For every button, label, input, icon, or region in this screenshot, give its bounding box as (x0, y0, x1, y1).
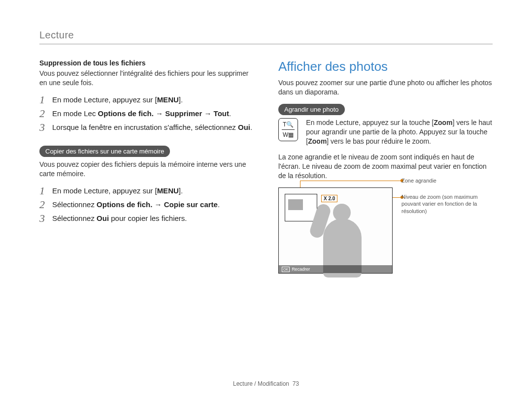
afficher-photos-intro: Vous pouvez zoomer sur une partie d'une … (278, 78, 493, 97)
screen-frame: X 2.0 OK Recadrer (278, 187, 393, 274)
copy-card-intro: Vous pouvez copier des fichiers depuis l… (39, 160, 254, 179)
step-number: 1 (39, 185, 47, 196)
afficher-photos-title: Afficher des photos (278, 59, 493, 74)
left-column: Suppression de tous les fichiers Vous po… (39, 59, 254, 286)
step-pre: En mode Lecture, appuyez sur [ (52, 186, 157, 195)
photo-silhouette (313, 204, 372, 273)
step-post: . (229, 109, 231, 118)
delete-all-heading: Suppression de tous les fichiers (39, 59, 254, 67)
grid-icon: ▦ (288, 131, 294, 138)
step-item: 2 Sélectionnez Options de fich. → Copie … (39, 199, 254, 210)
page-footer: Lecture / Modification 73 (0, 380, 532, 387)
step-bold: Oui (238, 123, 250, 131)
step-number: 3 (39, 213, 47, 224)
step-number: 3 (39, 122, 47, 133)
zoom-desc-bold1: Zoom (434, 119, 453, 126)
zoom-diagram: X 2.0 OK Recadrer Zone agrandie Niveau d… (278, 187, 493, 286)
step-post: ]. (179, 186, 183, 195)
step-pre: Sélectionnez (52, 200, 97, 209)
step-number: 2 (39, 199, 47, 210)
callout-zone-agrandie: Zone agrandie (401, 178, 436, 184)
step-text: Lorsque la fenêtre en incrustation s'aff… (52, 122, 252, 133)
right-column: Afficher des photos Vous pouvez zoomer s… (278, 59, 493, 286)
footer-page-number: 73 (293, 380, 299, 387)
step-item: 1 En mode Lecture, appuyez sur [MENU]. (39, 185, 254, 196)
step-text: Sélectionnez Oui pour copier les fichier… (52, 213, 187, 224)
step-text: Sélectionnez Options de fich. → Copie su… (52, 199, 220, 210)
zoom-desc-pre: En mode Lecture, appuyez sur la touche [ (306, 119, 433, 126)
step-text: En mode Lec Options de fich. → Supprimer… (52, 108, 231, 119)
step-item: 3 Lorsque la fenêtre en incrustation s'a… (39, 122, 254, 133)
zoom-after-note: La zone agrandie et le niveau de zoom so… (278, 153, 493, 181)
delete-all-intro: Vous pouvez sélectionner l'intégralité d… (39, 69, 254, 88)
magnifier-icon: 🔍 (286, 121, 294, 128)
step-post: . (250, 123, 252, 131)
step-pre: En mode Lecture, appuyez sur [ (52, 95, 157, 104)
copy-card-pill: Copier des fichiers sur une carte mémoir… (39, 146, 170, 157)
step-bold: Oui (97, 214, 109, 222)
step-pre: En mode Lec (52, 109, 98, 118)
zoom-description: En mode Lecture, appuyez sur la touche [… (306, 118, 493, 146)
step-item: 2 En mode Lec Options de fich. → Supprim… (39, 108, 254, 119)
step-bold: Options de fich. → Copie sur carte (97, 200, 218, 209)
zoom-level-badge: X 2.0 (321, 195, 337, 202)
step-item: 3 Sélectionnez Oui pour copier les fichi… (39, 213, 254, 224)
zoom-crop-box (285, 194, 317, 221)
step-pre: Lorsque la fenêtre en incrustation s'aff… (52, 123, 238, 131)
callout-niveau-zoom: Niveau de zoom (son maximum pouvant vari… (401, 193, 498, 215)
step-text: En mode Lecture, appuyez sur [MENU]. (52, 185, 183, 196)
zoom-toggle-diagram: T 🔍 W ▦ (278, 118, 298, 141)
footer-text: Lecture / Modification (233, 380, 289, 387)
zoom-desc-bold2: Zoom (308, 137, 327, 145)
step-text: En mode Lecture, appuyez sur [MENU]. (52, 94, 183, 105)
ok-bar-label: Recadrer (292, 267, 310, 272)
step-post: . (218, 200, 220, 209)
step-bold: MENU (157, 95, 179, 104)
ok-icon: OK (282, 267, 290, 272)
step-bold: Options de fich. → Supprimer → Tout (98, 109, 229, 118)
delete-all-steps: 1 En mode Lecture, appuyez sur [MENU]. 2… (39, 94, 254, 133)
ok-bar: OK Recadrer (279, 265, 392, 273)
zoom-w-label: W (283, 131, 288, 138)
zoom-desc-post: ] vers le bas pour réduire le zoom. (327, 137, 431, 145)
step-number: 2 (39, 108, 47, 119)
leader-line (300, 181, 401, 181)
copy-card-steps: 1 En mode Lecture, appuyez sur [MENU]. 2… (39, 185, 254, 224)
step-post: ]. (179, 95, 183, 104)
header-divider (39, 44, 493, 44)
step-bold: MENU (157, 186, 179, 195)
step-item: 1 En mode Lecture, appuyez sur [MENU]. (39, 94, 254, 105)
zoom-t-label: T (283, 121, 286, 128)
step-number: 1 (39, 94, 47, 105)
step-post: pour copier les fichiers. (109, 214, 187, 222)
step-pre: Sélectionnez (52, 214, 97, 222)
agrandir-pill: Agrandir une photo (278, 104, 345, 115)
crop-thumbnail (288, 199, 303, 210)
page-section-header: Lecture (39, 30, 493, 41)
